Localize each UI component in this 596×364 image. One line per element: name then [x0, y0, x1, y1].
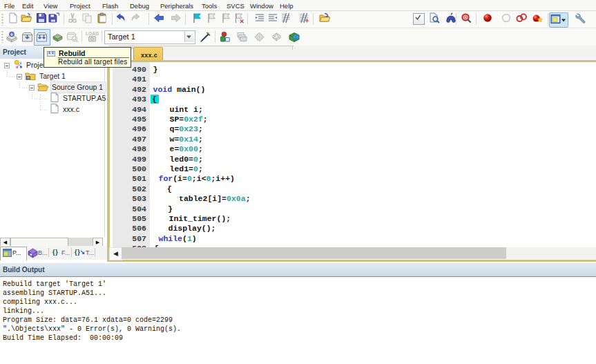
svg-text:LOAD: LOAD	[86, 31, 99, 36]
